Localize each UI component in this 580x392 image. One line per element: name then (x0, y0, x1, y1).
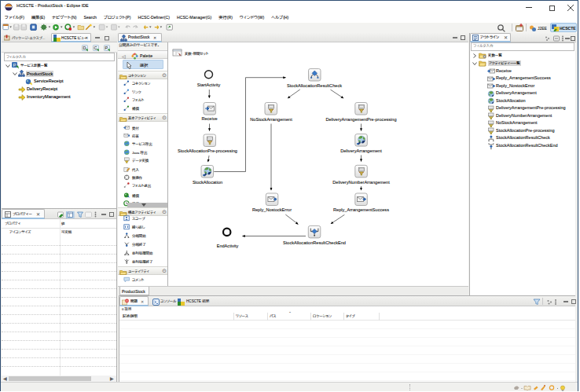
svg-text:Receive: Receive (201, 116, 217, 121)
svg-text:StockAllocationResultCheckEnd: StockAllocationResultCheckEnd (283, 240, 346, 245)
svg-text:DeliveryArrangement: DeliveryArrangement (340, 148, 382, 153)
svg-text:StockAllocation: StockAllocation (193, 180, 222, 185)
svg-text:DeliveryArrangementPre-process: DeliveryArrangementPre-processing (325, 117, 396, 122)
svg-text:P: P (13, 63, 17, 68)
svg-text:P: P (105, 46, 108, 50)
svg-text:StartActivity: StartActivity (197, 82, 221, 87)
svg-text:StockAllocationResultCheck: StockAllocationResultCheck (287, 83, 342, 88)
svg-text:EndActivity: EndActivity (217, 244, 239, 248)
svg-text:C: C (94, 46, 97, 50)
svg-text:D: D (83, 46, 86, 50)
svg-text:DeliveryNumberArrangement: DeliveryNumberArrangement (332, 180, 390, 185)
svg-text:NoStockArrangement: NoStockArrangement (250, 117, 292, 122)
svg-text:変数・相関セット: 変数・相関セット (185, 52, 209, 56)
svg-text:Reply_NostockError: Reply_NostockError (252, 207, 292, 212)
svg-text:StockAllocationPre-processing: StockAllocationPre-processing (178, 148, 237, 153)
svg-text:Reply_ArrangementSuccess: Reply_ArrangementSuccess (333, 207, 389, 212)
